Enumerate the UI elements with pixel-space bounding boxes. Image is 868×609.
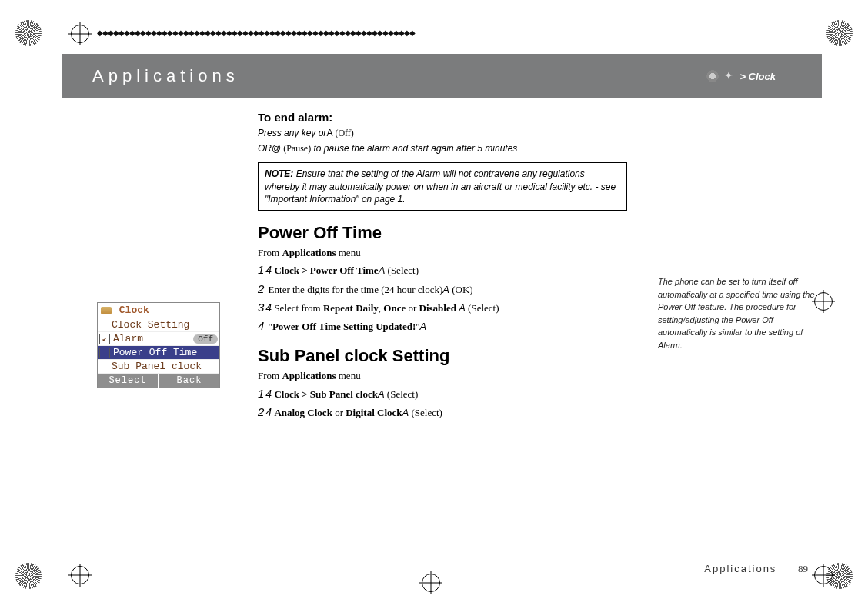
chapter-header: Applications > Clock	[62, 54, 822, 98]
crop-target-icon	[814, 566, 833, 584]
clock-app-icon	[101, 307, 112, 314]
phone-softkeys: Select Back	[98, 374, 219, 388]
phone-menu-item[interactable]: Power Off Time	[98, 346, 219, 360]
end-alarm-line1: Press any key orA (Off)	[258, 127, 627, 139]
decorative-border: ◆◆◆◆◆◆◆◆◆◆◆◆◆◆◆◆◆◆◆◆◆◆◆◆◆◆◆◆◆◆◆◆◆◆◆◆◆◆◆◆…	[97, 28, 465, 38]
sparkle-icon	[724, 71, 735, 82]
checkbox-icon: ✔	[99, 334, 110, 344]
power-off-from: From Applications menu	[258, 246, 627, 260]
power-off-step: 4 "Power Off Time Setting Updated!"A	[258, 318, 627, 334]
power-off-step: 34 Select from Repeat Daily, Once or Dis…	[258, 300, 627, 315]
power-off-step: 14 Clock > Power Off TimeA (Select)	[258, 262, 627, 278]
phone-menu-label: Clock Setting	[112, 319, 218, 331]
note-label: NOTE:	[265, 168, 293, 179]
gear-icon	[706, 69, 719, 83]
status-badge: Off	[193, 334, 218, 344]
side-note: The phone can be set to turn itself off …	[658, 275, 822, 351]
main-content: To end alarm: Press any key orA (Off) OR…	[258, 106, 635, 555]
phone-menu-item[interactable]: Clock Setting	[98, 318, 219, 332]
footer-section: Applications	[704, 563, 776, 574]
heading-power-off-time: Power Off Time	[258, 223, 627, 243]
softkey-select[interactable]: Select	[98, 374, 159, 388]
left-column: Clock Clock Setting✔AlarmOffPower Off Ti…	[62, 106, 258, 555]
phone-menu-label: Alarm	[113, 333, 193, 344]
starburst-icon	[826, 20, 853, 46]
phone-menu-item[interactable]: Sub Panel clock	[98, 360, 219, 374]
heading-sub-panel: Sub Panel clock Setting	[258, 346, 627, 366]
page-body: Clock Clock Setting✔AlarmOffPower Off Ti…	[62, 106, 822, 555]
page-footer: Applications 89	[704, 563, 808, 575]
page: ◆◆◆◆◆◆◆◆◆◆◆◆◆◆◆◆◆◆◆◆◆◆◆◆◆◆◆◆◆◆◆◆◆◆◆◆◆◆◆◆…	[0, 0, 868, 609]
crop-target-icon	[71, 566, 89, 584]
sub-panel-from: From Applications menu	[258, 369, 627, 383]
breadcrumb: > Clock	[706, 69, 776, 83]
note-box: NOTE: Ensure that the setting of the Ala…	[258, 162, 627, 211]
phone-menu-item[interactable]: ✔AlarmOff	[98, 332, 219, 346]
power-off-step: 2 Enter the digits for the time (24 hour…	[258, 281, 627, 297]
heading-end-alarm: To end alarm:	[258, 111, 627, 124]
starburst-icon	[15, 563, 42, 589]
phone-screen: Clock Clock Setting✔AlarmOffPower Off Ti…	[97, 302, 220, 388]
crop-target-icon	[422, 574, 440, 592]
sub-panel-step: 24 Analog Clock or Digital ClockA (Selec…	[258, 404, 627, 420]
note-text: Ensure that the setting of the Alarm wil…	[265, 168, 616, 204]
phone-menu-label: Sub Panel clock	[112, 361, 218, 372]
sub-panel-step: 14 Clock > Sub Panel clockA (Select)	[258, 386, 627, 401]
softkey-back[interactable]: Back	[159, 374, 219, 388]
breadcrumb-text: > Clock	[739, 71, 776, 82]
end-alarm-line2: OR@ (Pause) to pause the alarm and start…	[258, 142, 627, 155]
phone-menu-label: Power Off Time	[113, 347, 218, 358]
page-number: 89	[798, 563, 808, 574]
phone-screen-title: Clock	[98, 303, 219, 318]
starburst-icon	[15, 20, 42, 46]
right-column: The phone can be set to turn itself off …	[635, 106, 822, 555]
checkbox-icon	[99, 348, 110, 358]
crop-target-icon	[71, 25, 89, 43]
phone-title-text: Clock	[119, 304, 149, 316]
chapter-title: Applications	[92, 66, 239, 86]
